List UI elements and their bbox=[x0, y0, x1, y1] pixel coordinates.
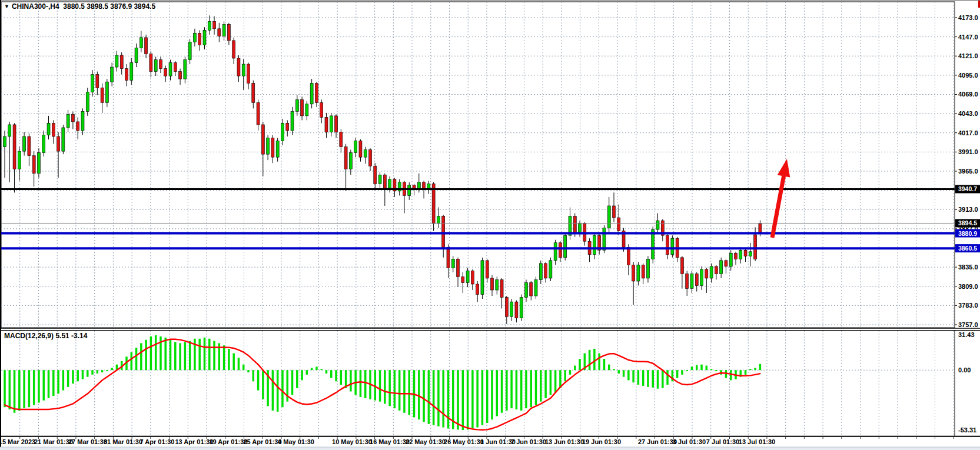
candle-body bbox=[281, 123, 284, 141]
candle-body bbox=[544, 264, 547, 278]
candle-body bbox=[71, 114, 74, 122]
candle-body bbox=[139, 38, 142, 48]
candle-body bbox=[637, 265, 640, 281]
macd-histogram-bar bbox=[476, 370, 479, 427]
macd-histogram-bar bbox=[706, 366, 708, 371]
candle-body bbox=[559, 243, 562, 258]
macd-histogram-bar bbox=[613, 369, 615, 370]
macd-histogram-bar bbox=[52, 370, 55, 396]
candle-body bbox=[344, 147, 347, 169]
candle-body bbox=[193, 33, 196, 42]
candle-body bbox=[174, 63, 177, 72]
candle-body bbox=[739, 250, 742, 259]
macd-histogram-bar bbox=[462, 370, 464, 430]
macd-histogram-bar bbox=[603, 359, 606, 370]
macd-histogram-bar bbox=[301, 370, 303, 380]
time-axis-label: 7 Jun 01:30 bbox=[511, 438, 546, 445]
candle-body bbox=[632, 265, 635, 281]
macd-tick-label: 0.00 bbox=[958, 366, 971, 374]
macd-histogram-bar bbox=[48, 370, 50, 398]
macd-histogram-bar bbox=[593, 349, 596, 370]
candle-body bbox=[305, 104, 308, 116]
macd-histogram-bar bbox=[238, 358, 240, 370]
candle-body bbox=[184, 60, 187, 79]
macd-histogram-bar bbox=[204, 338, 206, 370]
macd-histogram-bar bbox=[232, 354, 235, 371]
macd-histogram-bar bbox=[403, 370, 406, 413]
candle-body bbox=[607, 206, 610, 228]
candle-body bbox=[188, 42, 191, 59]
time-axis-label: 31 Mar 01:30 bbox=[104, 438, 142, 445]
candle-body bbox=[471, 271, 474, 284]
macd-histogram-bar bbox=[87, 370, 89, 376]
candle-body bbox=[369, 150, 372, 166]
candle-body bbox=[603, 228, 606, 251]
time-axis-label: 19 Jun 01:30 bbox=[582, 438, 621, 445]
time-axis-label: 27 Mar 01:30 bbox=[68, 438, 107, 445]
macd-histogram-bar bbox=[330, 370, 333, 378]
macd-histogram-bar bbox=[550, 370, 552, 395]
macd-histogram-bar bbox=[481, 370, 484, 425]
candle-body bbox=[86, 92, 89, 112]
time-axis-label: 21 Mar 01:30 bbox=[34, 438, 73, 445]
candle-body bbox=[198, 33, 201, 45]
macd-histogram-bar bbox=[408, 370, 410, 415]
price-tick-label: 3809.0 bbox=[958, 283, 978, 290]
macd-histogram-bar bbox=[97, 370, 99, 374]
price-tick-label: 3965.0 bbox=[958, 168, 978, 175]
macd-histogram-bar bbox=[686, 370, 688, 371]
macd-histogram-bar bbox=[42, 370, 45, 401]
candle-body bbox=[257, 102, 260, 125]
candle-body bbox=[232, 41, 235, 58]
candle-body bbox=[42, 135, 45, 153]
candle-body bbox=[213, 21, 216, 29]
candle-body bbox=[8, 125, 11, 136]
macd-histogram-bar bbox=[506, 370, 508, 411]
macd-histogram-bar bbox=[360, 370, 362, 397]
macd-histogram-bar bbox=[72, 370, 74, 384]
candle-body bbox=[267, 138, 270, 155]
candle-body bbox=[666, 235, 669, 255]
candle-body bbox=[222, 24, 225, 36]
candle-body bbox=[700, 269, 703, 286]
price-tick-label: 4173.0 bbox=[958, 14, 978, 21]
candle-body bbox=[408, 185, 411, 196]
macd-histogram-bar bbox=[198, 339, 201, 370]
macd-histogram-bar bbox=[131, 352, 133, 371]
candle-body bbox=[242, 64, 245, 76]
candle-body bbox=[159, 60, 162, 69]
candle-body bbox=[710, 266, 713, 278]
candle-body bbox=[340, 132, 343, 146]
candle-body bbox=[227, 24, 230, 41]
candle-body bbox=[218, 29, 221, 36]
macd-histogram-bar bbox=[111, 368, 113, 370]
candle-body bbox=[335, 116, 338, 132]
candle-body bbox=[130, 63, 133, 81]
macd-histogram-bar bbox=[544, 370, 547, 398]
candle-body bbox=[101, 88, 104, 102]
price-tick-label: 4095.0 bbox=[958, 72, 978, 79]
macd-histogram-bar bbox=[579, 359, 581, 370]
time-axis-label: 13 Apr 01:30 bbox=[175, 438, 213, 445]
macd-histogram-bar bbox=[155, 335, 157, 370]
candle-body bbox=[47, 123, 50, 135]
candle-body bbox=[720, 261, 723, 274]
candle-body bbox=[320, 102, 323, 117]
time-axis-label: 19 Apr 01:30 bbox=[209, 438, 247, 445]
symbol-dropdown-icon[interactable]: ▼ bbox=[4, 4, 9, 9]
time-axis-label: 26 May 01:30 bbox=[444, 438, 484, 445]
macd-histogram-bar bbox=[170, 340, 172, 371]
macd-histogram-bar bbox=[320, 369, 323, 370]
macd-histogram-bar bbox=[520, 370, 523, 411]
macd-histogram-bar bbox=[189, 341, 191, 371]
bottom-strip bbox=[0, 447, 980, 450]
candle-body bbox=[164, 69, 167, 76]
price-chart-canvas[interactable]: 4173.04147.04121.04095.04069.04043.04017… bbox=[0, 0, 980, 450]
macd-histogram-bar bbox=[710, 369, 713, 370]
candle-body bbox=[18, 151, 21, 169]
price-tick-label: 4043.0 bbox=[958, 110, 978, 117]
macd-histogram-bar bbox=[471, 370, 474, 428]
macd-histogram-bar bbox=[574, 366, 576, 371]
candle-body bbox=[646, 259, 649, 278]
macd-histogram-bar bbox=[618, 370, 620, 374]
